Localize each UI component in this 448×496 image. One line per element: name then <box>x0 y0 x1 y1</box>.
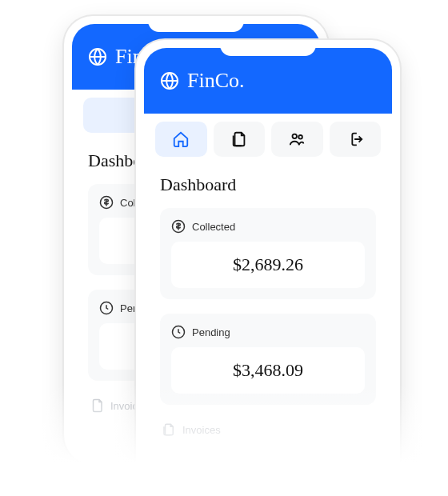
svg-point-5 <box>299 135 303 139</box>
clock-icon <box>99 301 114 315</box>
card-collected-value: $2,689.26 <box>171 242 365 288</box>
nav-home[interactable] <box>155 122 207 157</box>
card-pending: Pending $3,468.09 <box>160 314 376 405</box>
nav-people[interactable] <box>271 122 323 157</box>
card-collected: Collected $2,689.26 <box>160 208 376 299</box>
svg-point-4 <box>293 134 298 139</box>
globe-icon <box>160 71 179 90</box>
document-icon <box>230 130 248 148</box>
section-invoices-label: Invoices <box>182 424 221 436</box>
navbar <box>144 114 392 165</box>
card-pending-head: Pending <box>171 325 365 339</box>
page: Dashboard Collected $2,689.26 Pending $3… <box>144 165 392 456</box>
document-icon <box>162 422 176 437</box>
app-header: FinCo. <box>144 48 392 114</box>
page-title: Dashboard <box>160 174 376 195</box>
document-icon <box>90 398 104 413</box>
phone-screen-front: FinCo. Dashboard Collected <box>144 48 392 496</box>
dollar-icon <box>99 195 114 210</box>
phone-notch <box>148 16 244 32</box>
card-collected-label: Collected <box>192 221 235 233</box>
people-icon <box>288 130 306 148</box>
phone-front: FinCo. Dashboard Collected <box>136 40 400 496</box>
logout-icon <box>346 130 364 148</box>
brand-name: FinCo. <box>187 69 245 93</box>
section-invoices: Invoices <box>160 419 376 440</box>
home-icon <box>172 130 190 148</box>
nav-documents[interactable] <box>214 122 266 157</box>
card-pending-label: Pending <box>192 326 230 338</box>
dollar-icon <box>171 219 186 234</box>
clock-icon <box>171 325 186 339</box>
nav-logout[interactable] <box>330 122 382 157</box>
globe-icon <box>88 47 107 66</box>
phone-notch <box>220 40 316 56</box>
card-pending-value: $3,468.09 <box>171 347 365 394</box>
card-collected-head: Collected <box>171 219 365 234</box>
